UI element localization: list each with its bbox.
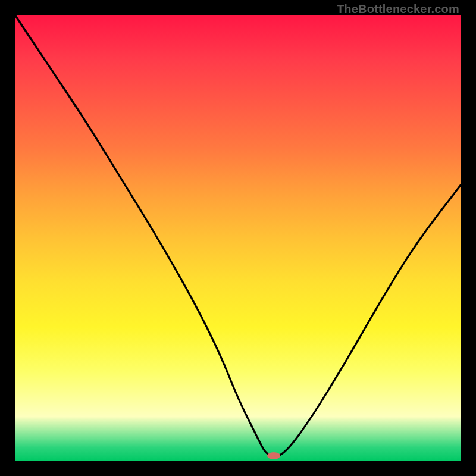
chart-frame bbox=[15, 15, 461, 461]
watermark-text: TheBottlenecker.com bbox=[337, 2, 459, 16]
optimal-point-marker bbox=[267, 452, 280, 459]
bottleneck-curve bbox=[15, 15, 461, 461]
